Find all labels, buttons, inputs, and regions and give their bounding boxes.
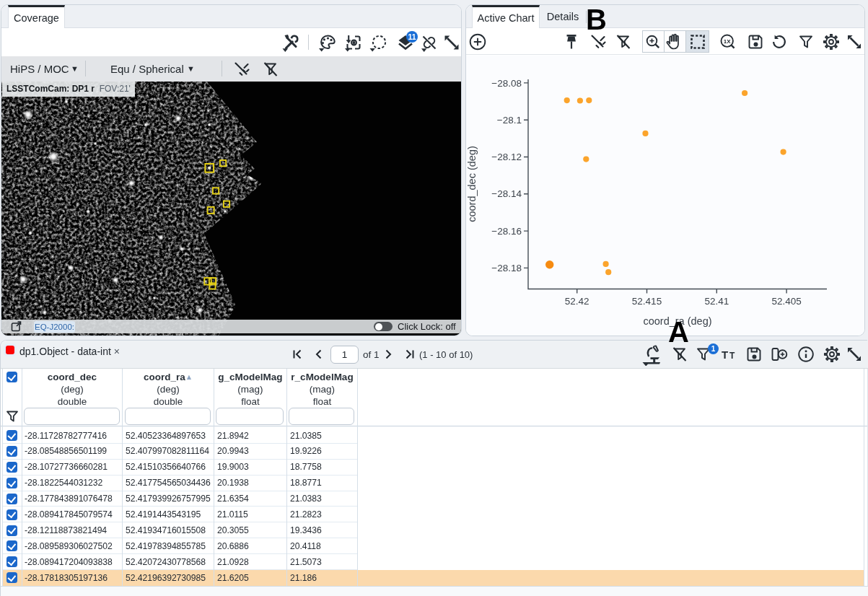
svg-text:−28.18: −28.18 (491, 263, 522, 273)
svg-text:52.42: 52.42 (565, 296, 589, 307)
svg-text:−28.16: −28.16 (491, 226, 522, 237)
svg-text:−28.08: −28.08 (491, 78, 522, 89)
svg-text:52.41: 52.41 (704, 296, 729, 307)
svg-text:52.415: 52.415 (632, 296, 662, 307)
svg-text:−28.14: −28.14 (491, 188, 522, 199)
svg-text:coord_dec (deg): coord_dec (deg) (466, 146, 478, 222)
svg-text:52.405: 52.405 (771, 296, 801, 307)
svg-text:1X: 1X (724, 38, 731, 45)
svg-text:−28.12: −28.12 (491, 152, 522, 162)
svg-text:−28.1: −28.1 (497, 115, 522, 126)
svg-text:T: T (722, 349, 728, 361)
svg-text:T: T (729, 351, 735, 361)
